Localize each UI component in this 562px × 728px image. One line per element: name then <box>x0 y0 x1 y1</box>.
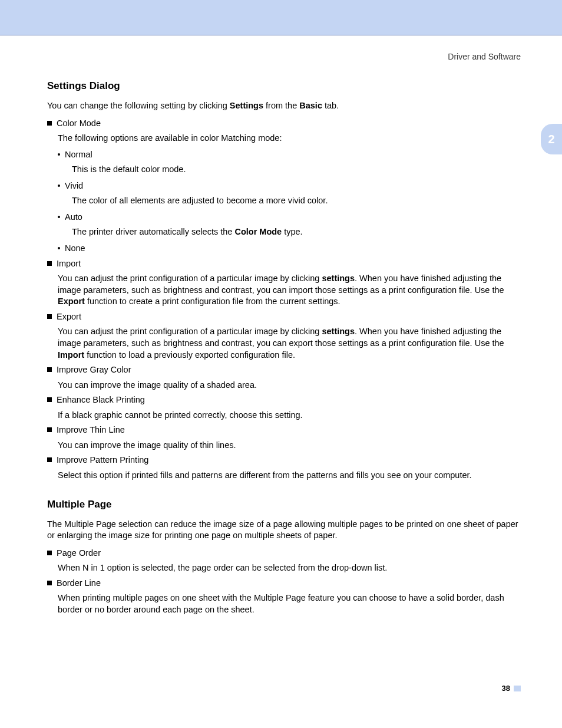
label: Enhance Black Printing <box>57 395 145 404</box>
improve-pattern-body: Select this option if printed fills and … <box>58 470 518 482</box>
page-content: Settings Dialog You can change the follo… <box>47 80 518 619</box>
item-import: Import <box>47 258 518 270</box>
item-page-order: Page Order <box>47 548 518 559</box>
square-bullet-icon <box>47 261 52 266</box>
page-number: 38 <box>502 684 521 693</box>
bold-basic: Basic <box>299 101 322 110</box>
page-order-body: When N in 1 option is selected, the page… <box>58 562 518 574</box>
text: type. <box>282 227 302 236</box>
header-section-text: Driver and Software <box>448 52 521 61</box>
bold: Import <box>58 350 84 360</box>
bold-settings: Settings <box>230 101 263 110</box>
text: You can adjust the print configuration o… <box>58 327 322 336</box>
auto-body: The printer driver automatically selects… <box>72 226 518 238</box>
page-number-accent-icon <box>514 686 521 691</box>
square-bullet-icon <box>47 367 52 372</box>
multiple-page-heading: Multiple Page <box>47 498 518 512</box>
improve-gray-body: You can improve the image quality of a s… <box>58 380 518 391</box>
text: The printer driver automatically selects… <box>72 227 234 236</box>
item-border-line: Border Line <box>47 578 518 589</box>
color-mode-desc: The following options are available in c… <box>58 133 518 144</box>
dot-bullet-icon <box>58 153 60 156</box>
text: function to load a previously exported c… <box>84 350 295 360</box>
top-banner <box>0 0 562 35</box>
item-enhance-black: Enhance Black Printing <box>47 394 518 406</box>
text: You can adjust the print configuration o… <box>58 274 322 283</box>
item-improve-gray: Improve Gray Color <box>47 364 518 376</box>
chapter-tab: 2 <box>541 124 562 154</box>
label: Improve Gray Color <box>57 365 131 374</box>
enhance-black-body: If a black graphic cannot be printed cor… <box>58 410 518 421</box>
improve-thin-body: You can improve the image quality of thi… <box>58 440 518 452</box>
subitem-vivid: Vivid <box>58 180 518 192</box>
bold: settings <box>322 274 355 283</box>
item-improve-pattern: Improve Pattern Printing <box>47 454 518 466</box>
bold: Export <box>58 297 85 306</box>
export-body: You can adjust the print configuration o… <box>58 326 518 361</box>
square-bullet-icon <box>47 581 52 585</box>
label: Color Mode <box>57 118 101 128</box>
bold: settings <box>322 327 355 336</box>
border-line-body: When printing multiple pages on one shee… <box>58 592 518 615</box>
settings-dialog-intro: You can change the following setting by … <box>47 100 518 112</box>
label: Improve Pattern Printing <box>57 455 148 465</box>
vivid-body: The color of all elements are adjusted t… <box>72 195 518 207</box>
square-bullet-icon <box>47 551 52 555</box>
square-bullet-icon <box>47 457 52 462</box>
square-bullet-icon <box>47 314 52 319</box>
label: Normal <box>65 150 92 159</box>
label: Page Order <box>57 548 101 558</box>
label: Vivid <box>65 181 83 190</box>
square-bullet-icon <box>47 397 52 402</box>
subitem-none: None <box>58 243 518 255</box>
import-body: You can adjust the print configuration o… <box>58 273 518 308</box>
text: from the <box>263 101 299 110</box>
label: Improve Thin Line <box>57 425 125 434</box>
square-bullet-icon <box>47 427 52 432</box>
dot-bullet-icon <box>58 185 60 187</box>
text: tab. <box>322 101 339 110</box>
label: Border Line <box>57 578 101 588</box>
bold: Color Mode <box>234 227 282 236</box>
normal-body: This is the default color mode. <box>72 164 518 176</box>
subitem-normal: Normal <box>58 149 518 161</box>
settings-dialog-heading: Settings Dialog <box>47 80 518 93</box>
square-bullet-icon <box>47 121 52 126</box>
label: Auto <box>65 212 82 222</box>
dot-bullet-icon <box>58 247 60 249</box>
dot-bullet-icon <box>58 216 60 218</box>
text: You can change the following setting by … <box>47 101 230 110</box>
item-export: Export <box>47 311 518 323</box>
subitem-auto: Auto <box>58 212 518 223</box>
label: Import <box>57 259 81 268</box>
multiple-page-intro: The Multiple Page selection can reduce t… <box>47 519 518 542</box>
item-improve-thin: Improve Thin Line <box>47 424 518 436</box>
label: None <box>65 243 85 253</box>
text: function to create a print configuration… <box>85 297 340 306</box>
label: Export <box>57 312 81 321</box>
item-color-mode: Color Mode <box>47 118 518 130</box>
